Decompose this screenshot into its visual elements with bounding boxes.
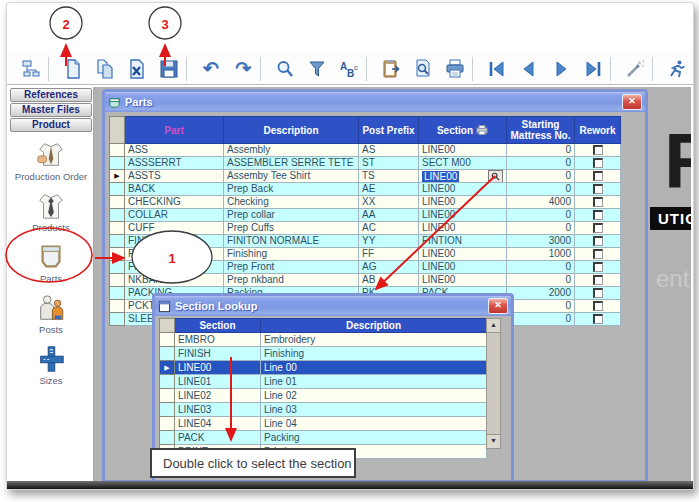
cell-section[interactable]: LINE00 [419, 209, 507, 222]
cell-starting-mattress-no[interactable]: 0 [507, 222, 575, 235]
rework-checkbox[interactable] [593, 158, 603, 168]
cell-starting-mattress-no[interactable]: 0 [507, 261, 575, 274]
toolbar-wizard-button[interactable] [619, 55, 651, 83]
cell-description[interactable]: Assembly [224, 144, 359, 157]
cell-rework[interactable] [575, 144, 621, 157]
cell-post-prefix[interactable]: AC [359, 222, 419, 235]
toolbar-paste-button[interactable] [375, 55, 407, 83]
cell-description[interactable]: Line 04 [261, 417, 487, 431]
sidebar-item-posts[interactable]: Posts [9, 293, 93, 335]
cell-post-prefix[interactable]: AG [359, 261, 419, 274]
column-header-section[interactable]: Section [419, 117, 507, 144]
row-selector[interactable] [110, 183, 125, 196]
parts-row-cuff[interactable]: CUFFPrep CuffsACLINE000 [110, 222, 621, 235]
cell-description[interactable]: Prep nkband [224, 274, 359, 287]
row-selector[interactable] [160, 403, 175, 417]
sidebar-tab-product[interactable]: Product [10, 118, 92, 132]
lookup-row-line03[interactable]: LINE03Line 03 [160, 403, 487, 417]
cell-starting-mattress-no[interactable]: 0 [507, 157, 575, 170]
cell-part[interactable]: FRONT [125, 261, 224, 274]
cell-section[interactable]: PACK [175, 431, 261, 445]
cell-post-prefix[interactable]: XX [359, 196, 419, 209]
cell-rework[interactable] [575, 313, 621, 326]
cell-starting-mattress-no[interactable]: 0 [507, 300, 575, 313]
cell-post-prefix[interactable]: AA [359, 209, 419, 222]
row-selector[interactable] [110, 222, 125, 235]
cell-description[interactable]: Line 01 [261, 375, 487, 389]
row-selector[interactable] [160, 417, 175, 431]
cell-post-prefix[interactable]: FF [359, 248, 419, 261]
cell-starting-mattress-no[interactable]: 0 [507, 313, 575, 326]
cell-section[interactable]: LINE00 [419, 144, 507, 157]
rework-checkbox[interactable] [593, 171, 603, 181]
row-selector[interactable] [110, 248, 125, 261]
cell-part[interactable]: ASS [125, 144, 224, 157]
cell-starting-mattress-no[interactable]: 0 [507, 183, 575, 196]
toolbar-nav-previous-button[interactable] [513, 55, 545, 83]
lookup-scrollbar[interactable]: ▲ ▼ [486, 318, 501, 449]
cell-section[interactable]: LINE04 [175, 417, 261, 431]
cell-rework[interactable] [575, 235, 621, 248]
parts-row-fininorm[interactable]: FININORMFINITON NORMALEYYFINTION3000 [110, 235, 621, 248]
cell-starting-mattress-no[interactable]: 1000 [507, 248, 575, 261]
cell-rework[interactable] [575, 209, 621, 222]
cell-part[interactable]: FININORM [125, 235, 224, 248]
column-header-post-prefix[interactable]: Post Prefix [359, 117, 419, 144]
cell-part[interactable]: ASSTS [125, 170, 224, 183]
lookup-row-line04[interactable]: LINE04Line 04 [160, 417, 487, 431]
cell-description[interactable]: ASSEMBLER SERRE TETE [224, 157, 359, 170]
column-header-rework[interactable]: Rework [575, 117, 621, 144]
row-selector[interactable] [160, 375, 175, 389]
lookup-column-header-description[interactable]: Description [261, 319, 487, 333]
cell-description[interactable]: Prep collar [224, 209, 359, 222]
cell-post-prefix[interactable]: AB [359, 274, 419, 287]
cell-section[interactable]: LINE00 [419, 170, 507, 183]
cell-description[interactable]: FINITON NORMALE [224, 235, 359, 248]
rework-checkbox[interactable] [593, 197, 603, 207]
lookup-row-embro[interactable]: EMBROEmbroidery [160, 333, 487, 347]
cell-rework[interactable] [575, 196, 621, 209]
sidebar-item-products[interactable]: Products [9, 191, 93, 233]
row-selector[interactable] [110, 235, 125, 248]
cell-section[interactable]: LINE03 [175, 403, 261, 417]
section-lookup-button[interactable] [488, 170, 503, 183]
cell-post-prefix[interactable]: TS [359, 170, 419, 183]
toolbar-delete-record-button[interactable] [121, 55, 153, 83]
rework-checkbox[interactable] [593, 262, 603, 272]
cell-section[interactable]: LINE00 [419, 222, 507, 235]
cell-section[interactable]: LINE01 [175, 375, 261, 389]
cell-starting-mattress-no[interactable]: 0 [507, 144, 575, 157]
selected-section-value[interactable]: LINE00 [422, 171, 459, 182]
row-selector[interactable] [110, 274, 125, 287]
rework-checkbox[interactable] [593, 210, 603, 220]
parts-close-button[interactable]: ✕ [622, 94, 642, 110]
cell-section[interactable]: LINE00 [419, 274, 507, 287]
parts-row-checking[interactable]: CHECKINGCheckingXXLINE004000 [110, 196, 621, 209]
cell-description[interactable]: Finishing [224, 248, 359, 261]
cell-section[interactable]: SECT M00 [419, 157, 507, 170]
cell-description[interactable]: Line 03 [261, 403, 487, 417]
cell-section[interactable]: LINE00 [419, 261, 507, 274]
toolbar-copy-record-button[interactable] [89, 55, 121, 83]
parts-row-nkband[interactable]: NKBANDPrep nkbandABLINE000 [110, 274, 621, 287]
rework-checkbox[interactable] [593, 236, 603, 246]
column-header-starting-mattress-no[interactable]: Starting Mattress No. [507, 117, 575, 144]
cell-description[interactable]: Prep Front [224, 261, 359, 274]
cell-starting-mattress-no[interactable]: 0 [507, 209, 575, 222]
cell-rework[interactable] [575, 248, 621, 261]
column-header-description[interactable]: Description [224, 117, 359, 144]
cell-starting-mattress-no[interactable]: 3000 [507, 235, 575, 248]
lookup-row-line00[interactable]: ▶LINE00Line 00 [160, 361, 487, 375]
parts-row-fnshing[interactable]: FNSHINGFinishingFFLINE001000 [110, 248, 621, 261]
cell-description[interactable]: Prep Back [224, 183, 359, 196]
cell-starting-mattress-no[interactable]: 0 [507, 274, 575, 287]
toolbar-undo-button[interactable]: ↶ [195, 55, 227, 83]
cell-post-prefix[interactable]: AE [359, 183, 419, 196]
cell-post-prefix[interactable]: ST [359, 157, 419, 170]
toolbar-search-button[interactable] [269, 55, 301, 83]
column-header-part[interactable]: Part [125, 117, 224, 144]
row-selector[interactable] [110, 313, 125, 326]
cell-post-prefix[interactable]: YY [359, 235, 419, 248]
row-selector[interactable] [110, 209, 125, 222]
toolbar-save-record-button[interactable] [153, 55, 185, 83]
